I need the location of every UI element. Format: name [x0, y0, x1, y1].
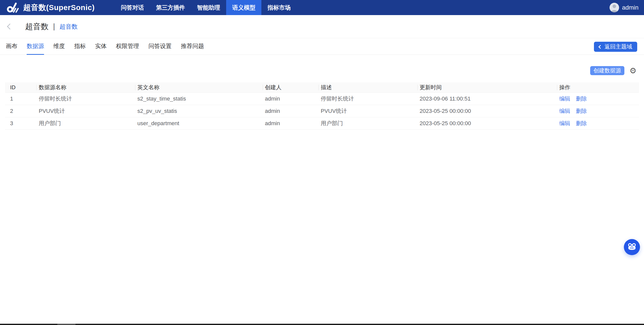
tab-datasource[interactable]: 数据源: [27, 38, 44, 55]
username-label: admin: [622, 4, 638, 11]
table-row: 2 PVUV统计 s2_pv_uv_statis admin PVUV统计 20…: [5, 105, 639, 117]
edit-link[interactable]: 编辑: [559, 120, 570, 126]
nav-item-semantic-model[interactable]: 语义模型: [226, 0, 261, 15]
cell-creator: admin: [263, 105, 319, 117]
nav-item-chat[interactable]: 问答对话: [115, 0, 150, 15]
cell-english-name: user_department: [135, 117, 263, 129]
cell-updated: 2023-05-25 00:00:00: [418, 117, 557, 129]
create-datasource-button[interactable]: 创建数据源: [590, 66, 624, 75]
cell-description: 用户部门: [319, 117, 418, 129]
table-row: 1 停留时长统计 s2_stay_time_statis admin 停留时长统…: [5, 92, 639, 105]
tab-qa-settings[interactable]: 问答设置: [148, 38, 172, 55]
edit-link[interactable]: 编辑: [559, 108, 570, 114]
delete-link[interactable]: 删除: [576, 120, 587, 126]
edit-link[interactable]: 编辑: [559, 96, 570, 102]
tab-permission[interactable]: 权限管理: [116, 38, 139, 55]
cell-updated: 2023-05-25 00:00:00: [418, 105, 557, 117]
nav-item-plugins[interactable]: 第三方插件: [150, 0, 191, 15]
domain-sub-link[interactable]: 超音数: [60, 23, 78, 31]
cell-name: PVUV统计: [37, 105, 135, 117]
col-updated: 更新时间: [418, 82, 557, 92]
cell-english-name: s2_pv_uv_statis: [135, 105, 263, 117]
assistant-chat-button[interactable]: [624, 239, 640, 255]
cell-name: 停留时长统计: [37, 92, 135, 105]
cell-id: 2: [5, 105, 37, 117]
return-domain-button[interactable]: 返回主题域: [594, 42, 637, 52]
datasource-table: ID 数据源名称 英文名称 创建人 描述 更新时间 操作 1 停留时长统计 s2…: [5, 82, 639, 130]
col-actions: 操作: [557, 82, 639, 92]
nav-item-metric-market[interactable]: 指标市场: [261, 0, 297, 15]
chevron-left-icon: [598, 45, 602, 49]
model-tab-bar: 画布 数据源 维度 指标 实体 权限管理 问答设置 推荐问题: [0, 38, 644, 55]
cell-description: PVUV统计: [319, 105, 418, 117]
supersonic-logo-icon: [7, 2, 20, 13]
bottom-scrollbar-thumb[interactable]: [57, 324, 75, 325]
tab-recommend-questions[interactable]: 推荐问题: [181, 38, 204, 55]
delete-link[interactable]: 删除: [576, 108, 587, 114]
bottom-scrollbar-track[interactable]: [0, 324, 644, 325]
tab-metric[interactable]: 指标: [74, 38, 86, 55]
cell-description: 停留时长统计: [319, 92, 418, 105]
cell-updated: 2023-09-06 11:00:51: [418, 92, 557, 105]
cell-actions: 编辑 删除: [557, 92, 639, 105]
delete-link[interactable]: 删除: [576, 96, 587, 102]
domain-title: 超音数: [25, 21, 49, 32]
cell-id: 1: [5, 92, 37, 105]
cell-creator: admin: [263, 117, 319, 129]
page-header: 超音数 | 超音数: [0, 15, 644, 38]
cell-name: 用户部门: [37, 117, 135, 129]
tab-entity[interactable]: 实体: [95, 38, 107, 55]
user-menu[interactable]: admin: [610, 0, 638, 15]
gear-icon[interactable]: ⚙: [629, 67, 636, 75]
cell-id: 3: [5, 117, 37, 129]
tab-canvas[interactable]: 画布: [6, 38, 17, 55]
col-creator: 创建人: [263, 82, 319, 92]
nav-menu: 问答对话 第三方插件 智能助理 语义模型 指标市场: [115, 0, 297, 15]
robot-icon: [627, 243, 637, 252]
col-english-name: 英文名称: [135, 82, 263, 92]
back-chevron-icon[interactable]: [4, 21, 15, 32]
col-name: 数据源名称: [37, 82, 135, 92]
brand-name: 超音数(SuperSonic): [23, 3, 95, 13]
user-avatar[interactable]: [610, 3, 619, 12]
col-id: ID: [5, 82, 37, 92]
cell-english-name: s2_stay_time_statis: [135, 92, 263, 105]
nav-item-assistant[interactable]: 智能助理: [191, 0, 226, 15]
cell-creator: admin: [263, 92, 319, 105]
brand: 超音数(SuperSonic): [7, 2, 95, 13]
col-description: 描述: [319, 82, 418, 92]
table-header-row: ID 数据源名称 英文名称 创建人 描述 更新时间 操作: [5, 82, 639, 92]
title-separator: |: [53, 22, 55, 31]
table-row: 3 用户部门 user_department admin 用户部门 2023-0…: [5, 117, 639, 129]
cell-actions: 编辑 删除: [557, 105, 639, 117]
tab-dimension[interactable]: 维度: [53, 38, 65, 55]
cell-actions: 编辑 删除: [557, 117, 639, 129]
top-navbar: 超音数(SuperSonic) 问答对话 第三方插件 智能助理 语义模型 指标市…: [0, 0, 644, 15]
